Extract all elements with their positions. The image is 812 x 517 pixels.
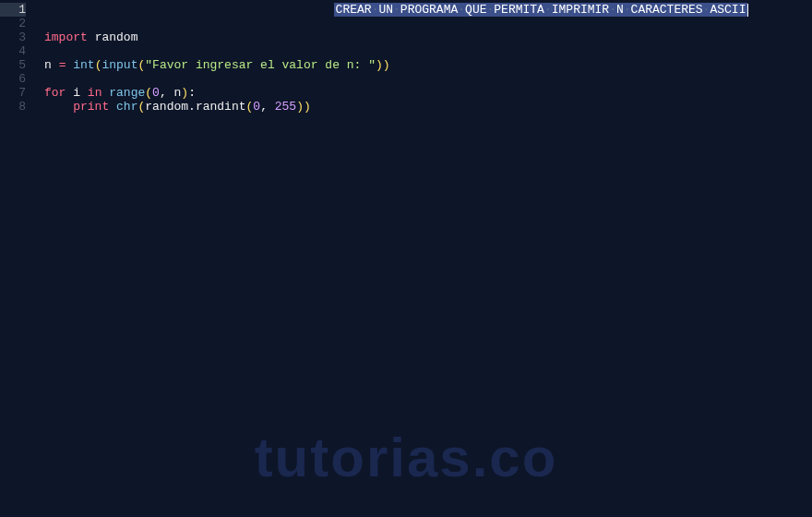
- code-area[interactable]: CREAR·UN·PROGRAMA·QUE·PERMITA·IMPRIMIR·N…: [35, 0, 812, 517]
- line-number: 5: [0, 58, 26, 72]
- line-number: 6: [0, 72, 26, 86]
- selected-comment: CREAR·UN·PROGRAMA·QUE·PERMITA·IMPRIMIR·N…: [334, 3, 748, 17]
- code-line-8[interactable]: print chr(random.randint(0, 255)): [35, 100, 812, 114]
- code-editor[interactable]: 1 2 3 4 5 6 7 8 CREAR·UN·PROGRAMA·QUE·PE…: [0, 0, 812, 517]
- code-line-5[interactable]: n = int(input("Favor ingresar el valor d…: [35, 58, 812, 72]
- text-cursor: [747, 4, 748, 17]
- line-number: 8: [0, 100, 26, 114]
- code-line-3[interactable]: import random: [35, 30, 812, 44]
- line-number: 7: [0, 86, 26, 100]
- line-number: 1: [0, 3, 26, 17]
- code-line-1[interactable]: CREAR·UN·PROGRAMA·QUE·PERMITA·IMPRIMIR·N…: [35, 3, 812, 17]
- code-line-6[interactable]: [35, 72, 812, 86]
- code-line-7[interactable]: for i in range(0, n):: [35, 86, 812, 100]
- line-number: 2: [0, 17, 26, 30]
- line-number: 3: [0, 30, 26, 44]
- code-line-4[interactable]: [35, 44, 812, 58]
- line-gutter: 1 2 3 4 5 6 7 8: [0, 0, 35, 517]
- code-line-2[interactable]: [35, 17, 812, 30]
- line-number: 4: [0, 44, 26, 58]
